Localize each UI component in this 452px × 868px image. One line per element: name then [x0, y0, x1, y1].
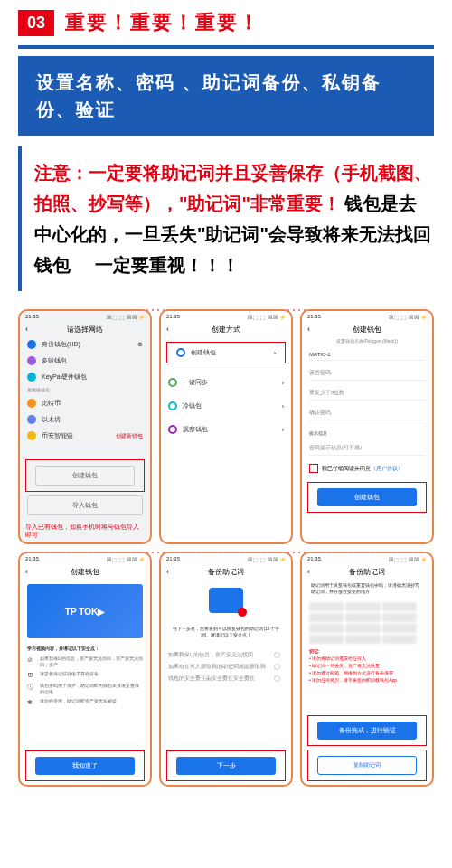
step-badge: 03: [18, 10, 54, 36]
phone-screenshot-3: 21:35☒ ⬚ ⬚ ☒ ☒ ⚡ ‹创建钱包 设置钱包名称/Polygon (M…: [300, 309, 434, 544]
section-header: 设置名称、密码 、助记词备份、私钥备份、验证: [18, 56, 434, 136]
phone-screenshot-4: 21:35☒ ⬚ ⬚ ☒ ☒ ⚡ ‹创建钱包 TP TOK▶ 学习视频内容，并谨…: [18, 552, 152, 787]
phone-screenshot-2: 21:35☒ ⬚ ⬚ ☒ ☒ ⚡ ‹创建方式 创建钱包› 一键同步› 冷钱包› …: [159, 309, 293, 544]
important-label: 重要！重要！重要！: [65, 9, 260, 36]
phone-screenshot-6: 21:35☒ ⬚ ⬚ ☒ ☒ ⚡ ‹备份助记词 助记词用于恢复钱包或重置钱包密码…: [300, 552, 434, 787]
phone-screenshot-5: 21:35☒ ⬚ ⬚ ☒ ☒ ⚡ ‹备份助记词 在下一步里，您将看到可以恢复钱包…: [159, 552, 293, 787]
divider: [18, 45, 434, 49]
warning-note: 注意：一定要将助记词并且妥善保存（手机截图、拍照、抄写等），"助记词"非常重要！…: [18, 146, 434, 291]
screenshot-grid: 21:35☒ ⬚ ⬚ ☒ ☒ ⚡ ‹请选择网络 身份钱包(HD)⊕ 多链钱包 K…: [0, 309, 452, 805]
warning-emphasis: 一定要重视！！！: [95, 255, 240, 275]
phone-screenshot-1: 21:35☒ ⬚ ⬚ ☒ ☒ ⚡ ‹请选择网络 身份钱包(HD)⊕ 多链钱包 K…: [18, 309, 152, 544]
step-header: 03 重要！重要！重要！: [0, 0, 452, 45]
